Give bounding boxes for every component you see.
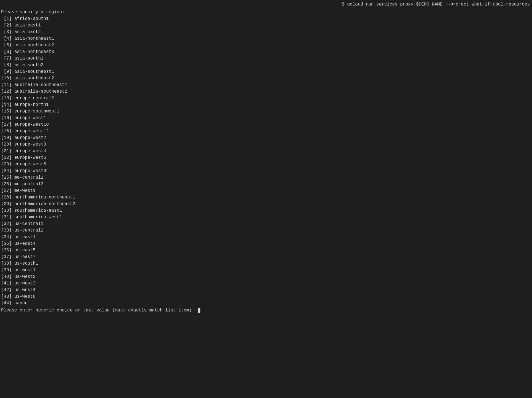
region-item: [3] asia-east2 bbox=[1, 29, 531, 35]
region-item: [36] us-east5 bbox=[1, 247, 531, 254]
region-item: [15] europe-southwest1 bbox=[1, 108, 531, 115]
region-item: [32] us-central1 bbox=[1, 220, 531, 227]
region-item: [11] australia-southeast1 bbox=[1, 82, 531, 88]
region-prompt: Please specify a region: bbox=[1, 9, 531, 15]
region-item: [21] europe-west4 bbox=[1, 148, 531, 154]
input-line[interactable]: Please enter numeric choice or text valu… bbox=[1, 307, 531, 314]
region-item: [33] us-central2 bbox=[1, 227, 531, 234]
terminal-content: Please specify a region: [1] africa-sout… bbox=[0, 9, 532, 398]
region-item: [19] europe-west2 bbox=[1, 135, 531, 141]
region-item: [29] northamerica-northeast2 bbox=[1, 201, 531, 207]
region-item: [38] us-south1 bbox=[1, 260, 531, 267]
region-item: [25] me-central1 bbox=[1, 174, 531, 181]
region-item: [22] europe-west6 bbox=[1, 154, 531, 161]
region-item: [9] asia-southeast1 bbox=[1, 68, 531, 75]
region-item: [2] asia-east1 bbox=[1, 22, 531, 29]
region-item: [12] australia-southeast2 bbox=[1, 88, 531, 95]
region-item: [5] asia-northeast2 bbox=[1, 42, 531, 49]
region-item: [43] us-west8 bbox=[1, 293, 531, 300]
region-item: [37] us-east7 bbox=[1, 254, 531, 260]
region-item: [44] cancel bbox=[1, 300, 531, 306]
region-item: [39] us-west1 bbox=[1, 267, 531, 273]
region-item: [28] northamerica-northeast1 bbox=[1, 194, 531, 201]
region-item: [24] europe-west9 bbox=[1, 168, 531, 174]
region-item: [30] southamerica-east1 bbox=[1, 207, 531, 214]
region-item: [10] asia-southeast2 bbox=[1, 75, 531, 82]
region-item: [41] us-west3 bbox=[1, 280, 531, 287]
region-item: [18] europe-west12 bbox=[1, 128, 531, 135]
terminal: $ gcloud run services proxy $DEMO_NAME -… bbox=[0, 0, 532, 398]
region-item: [16] europe-west1 bbox=[1, 115, 531, 121]
region-item: [8] asia-south2 bbox=[1, 62, 531, 68]
region-item: [17] europe-west10 bbox=[1, 121, 531, 128]
region-item: [31] southamerica-west1 bbox=[1, 214, 531, 220]
region-item: [7] asia-south1 bbox=[1, 55, 531, 62]
region-item: [13] europe-central2 bbox=[1, 95, 531, 101]
input-prompt-text: Please enter numeric choice or text valu… bbox=[1, 307, 197, 314]
region-item: [35] us-east4 bbox=[1, 240, 531, 247]
region-item: [4] asia-northeast1 bbox=[1, 35, 531, 42]
region-item: [23] europe-west8 bbox=[1, 161, 531, 168]
region-item: [34] us-east1 bbox=[1, 234, 531, 240]
region-item: [42] us-west4 bbox=[1, 287, 531, 293]
region-item: [1] africa-south1 bbox=[1, 15, 531, 22]
cursor bbox=[198, 308, 200, 313]
region-item: [6] asia-northeast3 bbox=[1, 49, 531, 55]
region-item: [27] me-west1 bbox=[1, 187, 531, 194]
region-item: [26] me-central2 bbox=[1, 181, 531, 187]
region-item: [40] us-west2 bbox=[1, 273, 531, 280]
command-line: $ gcloud run services proxy $DEMO_NAME -… bbox=[0, 0, 532, 9]
region-list: [1] africa-south1 [2] asia-east1 [3] asi… bbox=[1, 15, 531, 306]
region-item: [20] europe-west3 bbox=[1, 141, 531, 148]
region-item: [14] europe-north1 bbox=[1, 101, 531, 108]
